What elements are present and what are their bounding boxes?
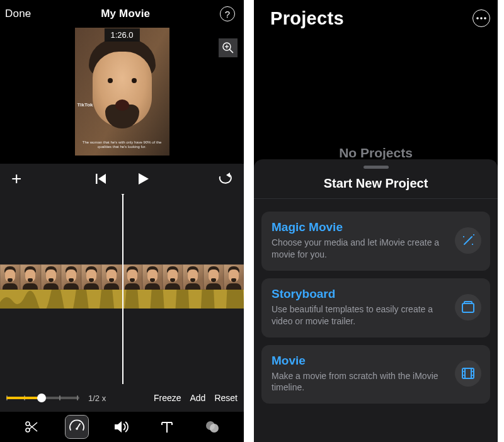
svg-point-13 bbox=[76, 428, 78, 430]
more-button[interactable] bbox=[472, 9, 490, 27]
text-icon bbox=[160, 420, 174, 434]
projects-pane: Projects No Projects Start New Project M… bbox=[254, 0, 498, 442]
skip-start-icon bbox=[94, 173, 107, 184]
option-icon-wrap bbox=[455, 227, 481, 254]
question-icon: ? bbox=[225, 9, 230, 20]
sheet-grabber[interactable] bbox=[364, 166, 389, 169]
editor-toolbar bbox=[0, 412, 244, 442]
option-title: Storyboard bbox=[272, 287, 447, 301]
clip-thumbnail bbox=[101, 264, 122, 290]
ellipsis-icon bbox=[476, 17, 486, 20]
svg-marker-5 bbox=[98, 174, 106, 184]
svg-rect-4 bbox=[96, 174, 98, 184]
speed-tool[interactable] bbox=[66, 416, 88, 438]
playhead[interactable] bbox=[122, 194, 123, 384]
option-title: Magic Movie bbox=[272, 220, 447, 234]
clip-thumbnail bbox=[20, 264, 40, 290]
clip-thumbnail bbox=[224, 264, 244, 290]
clip-thumbnail bbox=[203, 264, 224, 290]
editor-topbar: Done My Movie ? bbox=[0, 0, 244, 28]
editor-pane: Done My Movie ? TikTok The woman that he… bbox=[0, 0, 244, 442]
clip-thumbnail bbox=[183, 264, 203, 290]
no-projects-label: No Projects bbox=[254, 145, 498, 161]
speaker-icon bbox=[113, 419, 130, 434]
svg-rect-25 bbox=[462, 303, 474, 312]
svg-marker-6 bbox=[139, 173, 149, 184]
clip-thumbnail bbox=[81, 264, 101, 290]
svg-marker-14 bbox=[115, 421, 122, 433]
svg-rect-27 bbox=[462, 368, 474, 378]
overlapping-circles-icon bbox=[204, 420, 220, 434]
storyboard-icon bbox=[461, 300, 476, 315]
done-button[interactable]: Done bbox=[5, 8, 31, 20]
speedometer-icon bbox=[69, 419, 85, 435]
svg-rect-26 bbox=[464, 302, 472, 303]
clip-thumbnail bbox=[142, 264, 163, 290]
add-media-button[interactable]: + bbox=[11, 169, 21, 189]
svg-point-21 bbox=[476, 17, 479, 20]
freeze-button[interactable]: Freeze bbox=[154, 393, 181, 403]
timecode-badge: 1:26.0 bbox=[104, 28, 139, 42]
speed-slider[interactable] bbox=[6, 388, 79, 407]
help-button[interactable]: ? bbox=[220, 6, 235, 21]
volume-tool[interactable] bbox=[110, 416, 133, 438]
undo-icon bbox=[217, 173, 232, 185]
tiktok-watermark: TikTok bbox=[77, 102, 93, 108]
slider-thumb[interactable] bbox=[37, 394, 46, 402]
svg-line-1 bbox=[230, 50, 233, 53]
option-icon-wrap bbox=[455, 294, 481, 320]
svg-point-22 bbox=[480, 17, 483, 20]
cut-tool[interactable] bbox=[20, 416, 43, 438]
clip-thumbnail bbox=[0, 264, 20, 290]
svg-point-23 bbox=[484, 17, 486, 20]
clip-thumbnail bbox=[41, 264, 61, 290]
skip-start-button[interactable] bbox=[94, 173, 107, 184]
speed-controls: 1/2 x Freeze Add Reset bbox=[0, 384, 244, 412]
scissors-icon bbox=[24, 419, 39, 434]
magic-wand-icon bbox=[461, 233, 476, 248]
magnifier-plus-icon bbox=[222, 42, 234, 54]
separator bbox=[254, 198, 498, 199]
option-desc: Use beautiful templates to easily create… bbox=[272, 303, 447, 327]
option-desc: Make a movie from scratch with the iMovi… bbox=[272, 370, 447, 394]
text-tool[interactable] bbox=[156, 416, 178, 438]
project-title: My Movie bbox=[101, 8, 150, 20]
option-movie[interactable]: Movie Make a movie from scratch with the… bbox=[261, 345, 490, 404]
video-preview[interactable]: TikTok The woman that he's with only hav… bbox=[75, 28, 169, 156]
play-icon bbox=[136, 172, 150, 186]
preview-area: TikTok The woman that he's with only hav… bbox=[0, 28, 244, 164]
option-icon-wrap bbox=[455, 360, 481, 387]
zoom-button[interactable] bbox=[219, 38, 238, 57]
add-speed-button[interactable]: Add bbox=[190, 393, 206, 403]
undo-button[interactable] bbox=[217, 173, 232, 185]
play-button[interactable] bbox=[136, 172, 150, 186]
preview-caption: The woman that he's with only have 90% o… bbox=[77, 140, 167, 149]
option-storyboard[interactable]: Storyboard Use beautiful templates to ea… bbox=[261, 278, 490, 337]
projects-topbar: Projects bbox=[254, 0, 498, 37]
film-icon bbox=[461, 366, 476, 381]
svg-point-20 bbox=[210, 424, 219, 433]
timeline[interactable] bbox=[0, 194, 244, 384]
clip-thumbnail bbox=[61, 264, 81, 290]
svg-marker-7 bbox=[226, 173, 230, 178]
svg-line-24 bbox=[464, 237, 472, 244]
option-magic-movie[interactable]: Magic Movie Choose your media and let iM… bbox=[261, 212, 490, 271]
playback-bar: + bbox=[0, 164, 244, 194]
new-project-sheet: Start New Project Magic Movie Choose you… bbox=[254, 159, 498, 442]
speed-value: 1/2 x bbox=[88, 394, 106, 403]
clip-thumbnail bbox=[163, 264, 183, 290]
clip-thumbnail bbox=[122, 264, 142, 290]
projects-title: Projects bbox=[270, 8, 344, 29]
reset-speed-button[interactable]: Reset bbox=[214, 393, 238, 403]
sheet-title: Start New Project bbox=[261, 176, 490, 191]
option-desc: Choose your media and let iMovie create … bbox=[272, 237, 447, 261]
option-title: Movie bbox=[272, 354, 447, 368]
filters-tool[interactable] bbox=[201, 416, 224, 438]
